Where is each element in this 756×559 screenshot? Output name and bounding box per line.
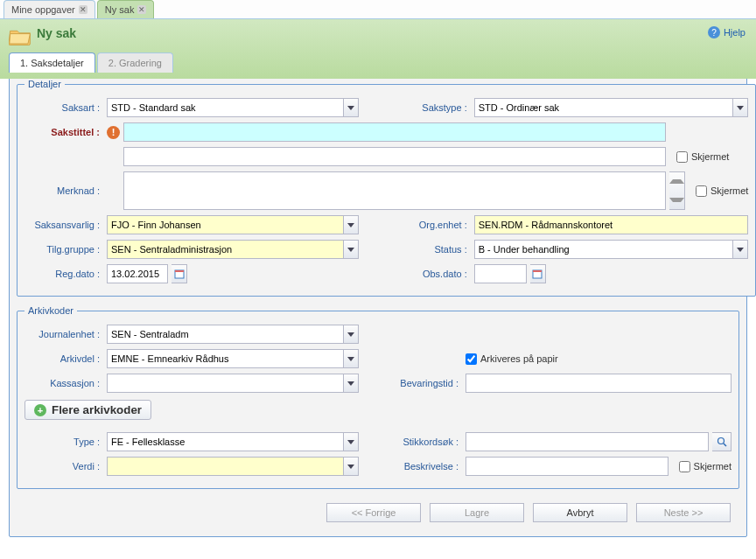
outer-tabs: Mine oppgaver ✕ Ny sak ✕ — [0, 0, 756, 19]
saksart-input[interactable] — [107, 98, 343, 117]
tab-label: Ny sak — [105, 4, 135, 15]
arkivdel-input[interactable] — [107, 349, 343, 368]
status-dropdown[interactable] — [732, 240, 748, 259]
regdato-datepicker[interactable] — [172, 264, 187, 283]
label-saksansvarlig: Saksansvarlig : — [24, 220, 103, 230]
chevron-down-icon — [347, 248, 354, 252]
label-type: Type : — [24, 437, 103, 447]
label-bevaringstid: Bevaringstid : — [392, 378, 462, 388]
chevron-down-icon — [347, 332, 354, 337]
chevron-down-icon — [347, 106, 354, 110]
chevron-down-icon — [737, 248, 744, 252]
flere-label: Flere arkivkoder — [52, 403, 142, 416]
svg-line-5 — [724, 444, 726, 446]
journalenhet-input[interactable] — [107, 325, 343, 344]
chevron-down-icon — [347, 223, 354, 227]
skjermet-3-wrap[interactable]: Skjermet — [679, 461, 732, 472]
skjermet-2-checkbox[interactable] — [696, 185, 707, 197]
sakstittel-input[interactable] — [123, 122, 666, 142]
tab-gradering[interactable]: 2. Gradering — [97, 52, 173, 73]
label-kassasjon: Kassasjon : — [24, 378, 103, 388]
label-arkivdel: Arkivdel : — [24, 353, 103, 364]
saksansvarlig-input[interactable] — [107, 215, 343, 234]
label-stikkordsok: Stikkordsøk : — [392, 437, 462, 447]
fieldset-arkivkoder: Arkivkoder Journalenhet : Arkivdel : — [17, 305, 739, 489]
stikkordsok-search-button[interactable] — [712, 432, 732, 451]
stikkordsok-input[interactable] — [466, 432, 709, 451]
close-icon[interactable]: ✕ — [79, 5, 88, 14]
chevron-down-icon — [669, 198, 684, 202]
chevron-down-icon — [347, 465, 354, 469]
calendar-icon — [174, 269, 185, 279]
forrige-button[interactable]: << Forrige — [326, 503, 421, 522]
type-dropdown[interactable] — [343, 432, 359, 451]
fieldset-detaljer: Detaljer Saksart : Sakstype : Sakstittel… — [17, 79, 756, 297]
arkiveres-papir-wrap[interactable]: Arkiveres på papir — [466, 353, 558, 365]
alert-icon: ! — [107, 126, 120, 139]
obsdato-datepicker[interactable] — [530, 264, 546, 283]
arkiveres-papir-checkbox[interactable] — [466, 353, 477, 365]
plus-icon: + — [34, 404, 46, 416]
tab-label: 2. Gradering — [108, 58, 162, 68]
svg-rect-1 — [175, 270, 184, 272]
label-regdato: Reg.dato : — [24, 269, 103, 279]
journalenhet-dropdown[interactable] — [343, 325, 359, 344]
type-input[interactable] — [107, 432, 343, 451]
flere-arkivkoder-button[interactable]: + Flere arkivkoder — [24, 400, 151, 420]
label-tilggruppe: Tilg.gruppe : — [24, 244, 103, 255]
kassasjon-dropdown[interactable] — [343, 374, 359, 393]
tab-saksdetaljer[interactable]: 1. Saksdetaljer — [9, 52, 95, 73]
tab-label: Mine oppgaver — [11, 4, 75, 15]
bevaringstid-input[interactable] — [466, 374, 732, 393]
calendar-icon — [532, 269, 542, 279]
tilggruppe-input[interactable] — [107, 240, 343, 259]
saksansvarlig-dropdown[interactable] — [343, 215, 359, 234]
merknad-input[interactable] — [123, 171, 666, 210]
sakstittel-line2-input[interactable] — [123, 147, 666, 166]
label-journalenhet: Journalenhet : — [24, 329, 103, 339]
verdi-input[interactable] — [107, 457, 343, 476]
sakstype-input[interactable] — [474, 98, 733, 117]
tab-mine-oppgaver[interactable]: Mine oppgaver ✕ — [4, 0, 95, 18]
neste-button[interactable]: Neste >> — [636, 503, 731, 522]
skjermet-3-checkbox[interactable] — [679, 461, 690, 472]
label-sakstype: Sakstype : — [401, 102, 471, 113]
help-label: Hjelp — [724, 27, 746, 38]
help-link[interactable]: ? Hjelp — [708, 26, 746, 38]
skjermet-3-label: Skjermet — [694, 461, 732, 472]
scroll-up[interactable] — [669, 172, 684, 191]
label-verdi: Verdi : — [24, 461, 103, 472]
legend-arkivkoder: Arkivkoder — [24, 305, 77, 316]
lagre-button[interactable]: Lagre — [430, 503, 524, 522]
arkivdel-dropdown[interactable] — [343, 349, 359, 368]
chevron-down-icon — [347, 381, 354, 386]
kassasjon-input[interactable] — [107, 374, 343, 393]
label-obsdato: Obs.dato : — [401, 269, 471, 279]
chevron-up-icon — [669, 179, 684, 184]
tilggruppe-dropdown[interactable] — [343, 240, 359, 259]
label-merknad: Merknad : — [24, 185, 103, 196]
help-icon: ? — [708, 26, 720, 38]
skjermet-1-wrap[interactable]: Skjermet — [676, 151, 729, 163]
skjermet-1-checkbox[interactable] — [676, 151, 688, 163]
verdi-dropdown[interactable] — [343, 457, 359, 476]
skjermet-2-wrap[interactable]: Skjermet — [696, 185, 748, 197]
close-icon[interactable]: ✕ — [137, 5, 146, 14]
beskrivelse-input[interactable] — [466, 457, 668, 476]
merknad-scroll[interactable] — [669, 171, 685, 210]
footer-buttons: << Forrige Lagre Avbryt Neste >> — [17, 498, 739, 529]
skjermet-2-label: Skjermet — [710, 185, 748, 196]
orgenhet-input[interactable] — [474, 215, 749, 234]
saksart-dropdown[interactable] — [343, 98, 359, 117]
status-input[interactable] — [474, 240, 733, 259]
arkiveres-papir-label: Arkiveres på papir — [480, 353, 558, 364]
scroll-down[interactable] — [669, 191, 684, 209]
tab-ny-sak[interactable]: Ny sak ✕ — [97, 0, 155, 18]
page-title: Ny sak — [37, 26, 76, 40]
regdato-input[interactable] — [107, 264, 168, 283]
sakstype-dropdown[interactable] — [732, 98, 748, 117]
obsdato-input[interactable] — [474, 264, 527, 283]
label-beskrivelse: Beskrivelse : — [392, 461, 462, 472]
form-container: Detaljer Saksart : Sakstype : Sakstittel… — [9, 73, 747, 537]
avbryt-button[interactable]: Avbryt — [533, 503, 627, 522]
